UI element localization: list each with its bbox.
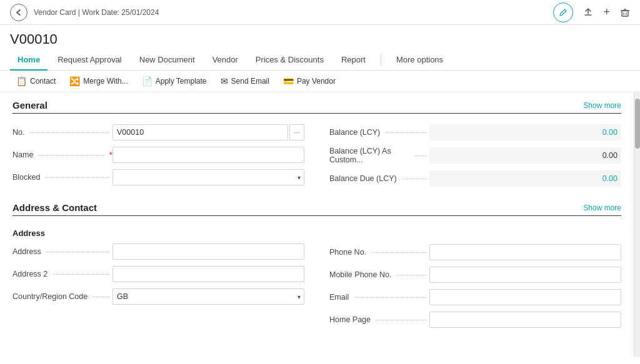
tab-new-document[interactable]: New Document bbox=[132, 50, 202, 71]
content-area: General Show more No. ··· bbox=[0, 92, 640, 357]
no-input-group: ··· bbox=[112, 124, 304, 140]
top-icons: + bbox=[553, 2, 630, 22]
country-select[interactable]: GB US bbox=[112, 288, 304, 305]
merge-with-button[interactable]: 🔀 Merge With... bbox=[63, 73, 134, 89]
homepage-label: Home Page bbox=[329, 315, 429, 324]
general-right-col: Balance (LCY) Balance (LCY) As Custom... bbox=[329, 121, 621, 190]
country-row: Country/Region Code GB US ▾ bbox=[12, 285, 304, 308]
balance-lcy-label: Balance (LCY) bbox=[329, 128, 429, 137]
merge-icon: 🔀 bbox=[69, 76, 80, 86]
country-select-wrapper: GB US ▾ bbox=[112, 288, 304, 305]
delete-button[interactable] bbox=[620, 7, 630, 17]
edit-button[interactable] bbox=[553, 2, 573, 22]
address-show-more[interactable]: Show more bbox=[583, 204, 621, 212]
address-form: Address Address Address 2 bbox=[12, 224, 621, 331]
main-content: General Show more No. ··· bbox=[0, 92, 634, 357]
contact-button[interactable]: 📋 Contact bbox=[10, 73, 62, 89]
blocked-label: Blocked bbox=[12, 173, 112, 182]
balance-lcy-input bbox=[429, 124, 621, 140]
svg-rect-0 bbox=[622, 11, 628, 16]
apply-template-button[interactable]: 📄 Apply Template bbox=[136, 73, 213, 89]
tab-more-options[interactable]: More options bbox=[389, 50, 451, 71]
page-title: V00010 bbox=[0, 25, 640, 50]
address-right-col: Phone No. Mobile Phone No. bbox=[329, 224, 621, 331]
balance-due-input bbox=[429, 170, 621, 187]
general-title: General bbox=[12, 100, 48, 111]
email-input[interactable] bbox=[429, 289, 621, 305]
send-email-button[interactable]: ✉ Send Email bbox=[214, 73, 276, 89]
address-left-col: Address Address Address 2 bbox=[12, 224, 304, 331]
address2-input[interactable] bbox=[112, 266, 304, 282]
balance-due-label: Balance Due (LCY) bbox=[329, 174, 429, 183]
tab-home[interactable]: Home bbox=[10, 50, 48, 71]
address-label: Address bbox=[12, 247, 112, 256]
template-icon: 📄 bbox=[142, 76, 152, 86]
country-label: Country/Region Code bbox=[12, 292, 112, 301]
balance-due-row: Balance Due (LCY) bbox=[329, 167, 621, 190]
address2-label: Address 2 bbox=[12, 270, 112, 278]
general-form: No. ··· Name * bbox=[12, 121, 621, 190]
balance-lcy-custom-row: Balance (LCY) As Custom... bbox=[329, 144, 621, 167]
no-label: No. bbox=[12, 128, 112, 137]
no-ellipsis-button[interactable]: ··· bbox=[289, 124, 304, 140]
balance-lcy-custom-input bbox=[429, 147, 621, 164]
address-title: Address & Contact bbox=[12, 202, 97, 213]
scrollbar-thumb[interactable] bbox=[635, 99, 640, 149]
email-label: Email bbox=[329, 293, 429, 302]
sub-toolbar: 📋 Contact 🔀 Merge With... 📄 Apply Templa… bbox=[0, 71, 640, 92]
share-button[interactable] bbox=[583, 7, 593, 17]
general-section: General Show more No. ··· bbox=[0, 92, 634, 195]
general-left-col: No. ··· Name * bbox=[12, 121, 304, 190]
blocked-select[interactable]: Payment All bbox=[112, 169, 304, 185]
pay-icon: 💳 bbox=[283, 76, 294, 86]
email-row: Email bbox=[329, 286, 621, 308]
address-contact-section: Address & Contact Show more Address Addr… bbox=[0, 195, 634, 336]
name-row: Name * bbox=[12, 144, 304, 166]
scrollbar-track[interactable] bbox=[634, 92, 640, 357]
phone-input[interactable] bbox=[429, 244, 621, 260]
pay-vendor-button[interactable]: 💳 Pay Vendor bbox=[277, 73, 342, 89]
mobile-input[interactable] bbox=[429, 267, 621, 283]
address-row: Address bbox=[12, 240, 304, 263]
address-group-label: Address bbox=[12, 224, 304, 240]
contact-icon: 📋 bbox=[16, 76, 27, 86]
homepage-input[interactable] bbox=[429, 312, 621, 328]
nav-divider bbox=[381, 54, 381, 66]
breadcrumb: Vendor Card | Work Date: 25/01/2024 bbox=[34, 8, 159, 17]
tab-report[interactable]: Report bbox=[334, 50, 373, 71]
add-button[interactable]: + bbox=[603, 6, 610, 19]
phone-row: Phone No. bbox=[329, 241, 621, 263]
name-input[interactable] bbox=[112, 147, 304, 163]
blocked-select-wrapper: Payment All ▾ bbox=[112, 169, 304, 185]
general-show-more[interactable]: Show more bbox=[583, 101, 621, 110]
tab-prices-discounts[interactable]: Prices & Discounts bbox=[248, 50, 331, 71]
blocked-row: Blocked Payment All ▾ bbox=[12, 166, 304, 189]
top-bar: Vendor Card | Work Date: 25/01/2024 + bbox=[0, 0, 640, 25]
address-input[interactable] bbox=[112, 243, 304, 260]
name-label: Name * bbox=[12, 150, 112, 160]
address2-row: Address 2 bbox=[12, 263, 304, 285]
back-button[interactable] bbox=[10, 4, 28, 21]
no-input[interactable] bbox=[112, 124, 288, 140]
phone-label: Phone No. bbox=[329, 248, 429, 257]
mobile-row: Mobile Phone No. bbox=[329, 263, 621, 286]
no-row: No. ··· bbox=[12, 121, 304, 144]
balance-lcy-row: Balance (LCY) bbox=[329, 121, 621, 144]
mobile-label: Mobile Phone No. bbox=[329, 270, 429, 279]
tab-vendor[interactable]: Vendor bbox=[205, 50, 246, 71]
email-icon: ✉ bbox=[221, 76, 228, 86]
balance-lcy-custom-label: Balance (LCY) As Custom... bbox=[329, 147, 429, 164]
general-section-header: General Show more bbox=[12, 100, 621, 114]
tab-request-approval[interactable]: Request Approval bbox=[50, 50, 129, 71]
nav-tabs: Home Request Approval New Document Vendo… bbox=[0, 50, 640, 71]
homepage-row: Home Page bbox=[329, 308, 621, 331]
address-section-header: Address & Contact Show more bbox=[12, 202, 621, 216]
